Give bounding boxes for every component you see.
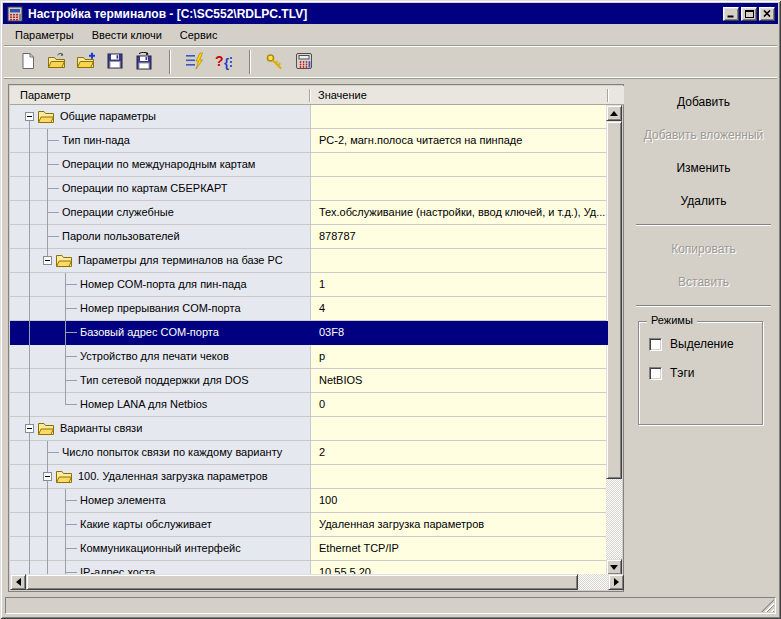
изменить-button[interactable]: Изменить bbox=[636, 158, 771, 178]
value-cell[interactable] bbox=[310, 153, 608, 177]
column-divider[interactable] bbox=[607, 89, 608, 102]
table-row[interactable]: IP-адрес хоста10.55.5.20 bbox=[10, 561, 608, 575]
open-file-button[interactable] bbox=[43, 49, 70, 75]
checkbox-unchecked[interactable] bbox=[649, 338, 662, 351]
удалить-button[interactable]: Удалить bbox=[636, 191, 771, 211]
table-row[interactable]: Номер прерывания COM-порта4 bbox=[10, 297, 608, 321]
parameter-cell[interactable]: Операции служебные bbox=[10, 201, 310, 225]
parameter-cell[interactable]: Операции по картам СБЕРКАРТ bbox=[10, 177, 310, 201]
value-cell[interactable]: p bbox=[310, 345, 608, 369]
scroll-right-button[interactable] bbox=[608, 574, 624, 590]
value-cell[interactable] bbox=[310, 177, 608, 201]
save-as-button[interactable] bbox=[130, 49, 157, 75]
scroll-left-button[interactable] bbox=[10, 574, 26, 590]
parameter-cell[interactable]: Номер прерывания COM-порта bbox=[10, 297, 310, 321]
table-row[interactable]: Номер LANA для Netbios0 bbox=[10, 393, 608, 417]
check-list-button[interactable] bbox=[181, 49, 208, 75]
value-cell[interactable]: 0 bbox=[310, 393, 608, 417]
pinpad-device-button[interactable] bbox=[290, 49, 317, 75]
table-row[interactable]: Тип сетевой поддержки для DOSNetBIOS bbox=[10, 369, 608, 393]
parameter-label: Операции по картам СБЕРКАРТ bbox=[62, 177, 227, 200]
scroll-down-button[interactable] bbox=[606, 559, 622, 575]
new-document-button[interactable] bbox=[14, 49, 41, 75]
value-cell[interactable] bbox=[310, 417, 608, 441]
checkbox-unchecked[interactable] bbox=[649, 367, 662, 380]
value-cell[interactable]: 10.55.5.20 bbox=[310, 561, 608, 575]
добавить-button[interactable]: Добавить bbox=[636, 92, 771, 112]
table-row[interactable]: Номер COM-порта для пин-пада1 bbox=[10, 273, 608, 297]
collapse-toggle-icon[interactable] bbox=[43, 256, 52, 265]
value-cell[interactable]: Ethernet TCP/IP bbox=[310, 537, 608, 561]
parameter-cell[interactable]: Тип сетевой поддержки для DOS bbox=[10, 369, 310, 393]
column-divider[interactable] bbox=[309, 89, 310, 102]
help-context-button[interactable]: ?{ bbox=[210, 49, 237, 75]
parameter-cell[interactable]: Номер LANA для Netbios bbox=[10, 393, 310, 417]
keys-button[interactable] bbox=[261, 49, 288, 75]
parameter-cell[interactable]: Пароли пользователей bbox=[10, 225, 310, 249]
parameter-cell[interactable]: Число попыток связи по каждому варианту bbox=[10, 441, 310, 465]
vertical-scroll-track[interactable] bbox=[606, 479, 622, 559]
save-button[interactable] bbox=[101, 49, 128, 75]
value-cell[interactable]: 2 bbox=[310, 441, 608, 465]
minimize-button[interactable] bbox=[723, 7, 739, 21]
table-row[interactable]: Тип пин-падаPC-2, магн.полоса читается н… bbox=[10, 129, 608, 153]
value-cell[interactable] bbox=[310, 465, 608, 489]
horizontal-scroll-thumb[interactable] bbox=[26, 574, 578, 590]
collapse-toggle-icon[interactable] bbox=[25, 112, 34, 121]
table-row[interactable]: Общие параметры bbox=[10, 105, 608, 129]
vertical-scroll-thumb[interactable] bbox=[606, 121, 622, 479]
table-row[interactable]: Операции по картам СБЕРКАРТ bbox=[10, 177, 608, 201]
parameter-cell[interactable]: Коммуникационный интерфейс bbox=[10, 537, 310, 561]
value-cell[interactable]: 878787 bbox=[310, 225, 608, 249]
value-cell[interactable]: NetBIOS bbox=[310, 369, 608, 393]
table-row[interactable]: Устройство для печати чековp bbox=[10, 345, 608, 369]
table-row[interactable]: Операции по международным картам bbox=[10, 153, 608, 177]
parameter-cell[interactable]: Какие карты обслуживает bbox=[10, 513, 310, 537]
value-cell[interactable]: Удаленная загрузка параметров bbox=[310, 513, 608, 537]
parameter-cell[interactable]: Общие параметры bbox=[10, 105, 310, 129]
tree-guide-line bbox=[29, 177, 30, 201]
menu-item-3[interactable]: Сервис bbox=[171, 27, 227, 43]
collapse-toggle-icon[interactable] bbox=[43, 472, 52, 481]
parameter-cell[interactable]: Варианты связи bbox=[10, 417, 310, 441]
arrow-right-icon bbox=[614, 578, 619, 586]
scroll-up-button[interactable] bbox=[606, 105, 622, 121]
value-cell[interactable]: 1 bbox=[310, 273, 608, 297]
parameter-cell[interactable]: 100. Удаленная загрузка параметров bbox=[10, 465, 310, 489]
column-header-value[interactable]: Значение bbox=[318, 89, 367, 101]
table-row[interactable]: Коммуникационный интерфейсEthernet TCP/I… bbox=[10, 537, 608, 561]
column-header-parameter[interactable]: Параметр bbox=[20, 89, 71, 101]
open-add-button[interactable] bbox=[72, 49, 99, 75]
value-cell[interactable]: 4 bbox=[310, 297, 608, 321]
table-row[interactable]: Параметры для терминалов на базе PC bbox=[10, 249, 608, 273]
parameter-cell[interactable]: Параметры для терминалов на базе PC bbox=[10, 249, 310, 273]
parameter-cell[interactable]: Тип пин-пада bbox=[10, 129, 310, 153]
menu-item-2[interactable]: Ввести ключи bbox=[83, 27, 171, 43]
table-row[interactable]: Номер элемента100 bbox=[10, 489, 608, 513]
parameter-cell[interactable]: Операции по международным картам bbox=[10, 153, 310, 177]
table-row[interactable]: Пароли пользователей878787 bbox=[10, 225, 608, 249]
table-row[interactable]: Какие карты обслуживаетУдаленная загрузк… bbox=[10, 513, 608, 537]
table-row[interactable]: Базовый адрес COM-порта03F8 bbox=[10, 321, 608, 345]
parameter-cell[interactable]: Базовый адрес COM-порта bbox=[10, 321, 310, 345]
value-cell[interactable]: 03F8 bbox=[310, 321, 608, 345]
value-cell[interactable]: 100 bbox=[310, 489, 608, 513]
checkbox-label: Тэги bbox=[670, 366, 695, 380]
parameter-cell[interactable]: Номер COM-порта для пин-пада bbox=[10, 273, 310, 297]
collapse-toggle-icon[interactable] bbox=[25, 424, 34, 433]
table-row[interactable]: Варианты связи bbox=[10, 417, 608, 441]
close-button[interactable] bbox=[759, 7, 775, 21]
table-row[interactable]: Операции служебныеТех.обслуживание (наст… bbox=[10, 201, 608, 225]
value-cell[interactable]: Тех.обслуживание (настройки, ввод ключей… bbox=[310, 201, 608, 225]
value-cell[interactable] bbox=[310, 105, 608, 129]
table-row[interactable]: 100. Удаленная загрузка параметров bbox=[10, 465, 608, 489]
resize-grip-icon[interactable] bbox=[761, 599, 774, 612]
parameter-cell[interactable]: IP-адрес хоста bbox=[10, 561, 310, 575]
value-cell[interactable]: PC-2, магн.полоса читается на пинпаде bbox=[310, 129, 608, 153]
value-cell[interactable] bbox=[310, 249, 608, 273]
parameter-cell[interactable]: Номер элемента bbox=[10, 489, 310, 513]
menu-item-1[interactable]: Параметры bbox=[6, 27, 83, 43]
table-row[interactable]: Число попыток связи по каждому варианту2 bbox=[10, 441, 608, 465]
maximize-button[interactable] bbox=[741, 7, 757, 21]
parameter-cell[interactable]: Устройство для печати чеков bbox=[10, 345, 310, 369]
